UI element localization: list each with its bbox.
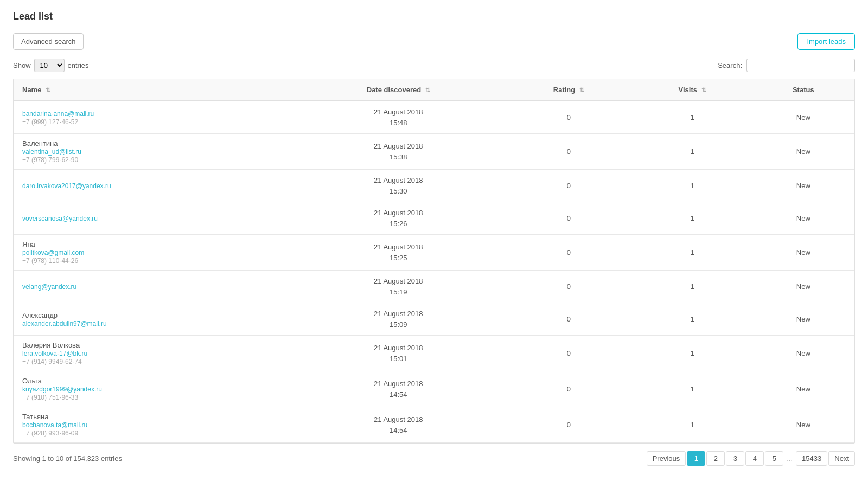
pagination-previous[interactable]: Previous <box>647 451 686 466</box>
name-cell: Татьянаbochanova.ta@mail.ru+7 (928) 993-… <box>14 407 292 443</box>
table-header-row: Name ⇅ Date discovered ⇅ Rating ⇅ Visits… <box>14 79 854 101</box>
lead-name: Яна <box>22 240 283 248</box>
status-cell: New <box>752 202 854 235</box>
lead-name: Валентина <box>22 139 283 147</box>
table-row[interactable]: Татьянаbochanova.ta@mail.ru+7 (928) 993-… <box>14 407 854 443</box>
col-header-status: Status <box>752 79 854 101</box>
table-row[interactable]: Янаpolitkova@gmail.com+7 (978) 110-44-26… <box>14 235 854 271</box>
search-label: Search: <box>718 61 742 69</box>
lead-email[interactable]: daro.irvakova2017@yandex.ru <box>22 182 283 190</box>
table-row[interactable]: Ольгаknyazdgor1999@yandex.ru+7 (910) 751… <box>14 371 854 407</box>
name-cell: daro.irvakova2017@yandex.ru <box>14 170 292 202</box>
visits-cell: 1 <box>633 202 752 235</box>
showing-text: Showing 1 to 10 of 154,323 entries <box>13 454 122 463</box>
date-cell: 21 August 2018 14:54 <box>292 407 505 443</box>
lead-email[interactable]: voverscanosa@yandex.ru <box>22 215 283 222</box>
pagination-page-3[interactable]: 3 <box>726 451 744 466</box>
page-title: Lead list <box>13 11 855 22</box>
rating-cell: 0 <box>505 407 633 443</box>
rating-cell: 0 <box>505 371 633 407</box>
visits-cell: 1 <box>633 101 752 134</box>
status-cell: New <box>752 371 854 407</box>
table-row[interactable]: velang@yandex.ru21 August 2018 15:1901Ne… <box>14 271 854 303</box>
lead-phone: +7 (910) 751-96-33 <box>22 394 283 401</box>
status-cell: New <box>752 407 854 443</box>
leads-table-wrapper: Name ⇅ Date discovered ⇅ Rating ⇅ Visits… <box>13 79 855 444</box>
name-cell: bandarinа-anna@mail.ru+7 (999) 127-46-52 <box>14 101 292 134</box>
col-header-date[interactable]: Date discovered ⇅ <box>292 79 505 101</box>
pagination-page-1[interactable]: 1 <box>687 451 705 466</box>
show-entries: Show 10 25 50 100 entries <box>13 59 89 72</box>
entries-select[interactable]: 10 25 50 100 <box>34 59 65 72</box>
lead-email[interactable]: alexander.abdulin97@mail.ru <box>22 320 283 328</box>
lead-email[interactable]: valentina_ud@list.ru <box>22 148 283 156</box>
pagination-page-4[interactable]: 4 <box>745 451 764 466</box>
col-header-visits[interactable]: Visits ⇅ <box>633 79 752 101</box>
lead-email[interactable]: lera.volkova-17@bk.ru <box>22 350 283 357</box>
name-cell: Александрalexander.abdulin97@mail.ru <box>14 303 292 336</box>
lead-email[interactable]: velang@yandex.ru <box>22 283 283 291</box>
visits-cell: 1 <box>633 134 752 170</box>
date-cell: 21 August 2018 15:38 <box>292 134 505 170</box>
sort-icon-rating: ⇅ <box>579 87 584 93</box>
pagination-page-5[interactable]: 5 <box>765 451 783 466</box>
date-cell: 21 August 2018 15:30 <box>292 170 505 202</box>
sort-icon-name: ⇅ <box>46 87 50 93</box>
search-box: Search: <box>718 59 855 72</box>
lead-email[interactable]: knyazdgor1999@yandex.ru <box>22 386 283 393</box>
controls-row: Show 10 25 50 100 entries Search: <box>13 59 855 72</box>
status-cell: New <box>752 271 854 303</box>
lead-phone: +7 (978) 110-44-26 <box>22 257 283 265</box>
advanced-search-button[interactable]: Advanced search <box>13 33 84 50</box>
pagination: Previous 1 2 3 4 5 ... 15433 Next <box>647 451 855 466</box>
rating-cell: 0 <box>505 170 633 202</box>
lead-phone: +7 (978) 799-62-90 <box>22 156 283 164</box>
visits-cell: 1 <box>633 170 752 202</box>
footer-row: Showing 1 to 10 of 154,323 entries Previ… <box>13 451 855 466</box>
sort-icon-visits: ⇅ <box>701 87 706 93</box>
show-label: Show <box>13 61 31 69</box>
table-row[interactable]: daro.irvakova2017@yandex.ru21 August 201… <box>14 170 854 202</box>
name-cell: Валентинаvalentina_ud@list.ru+7 (978) 79… <box>14 134 292 170</box>
table-row[interactable]: Валентинаvalentina_ud@list.ru+7 (978) 79… <box>14 134 854 170</box>
search-input[interactable] <box>746 59 855 72</box>
lead-email[interactable]: bochanova.ta@mail.ru <box>22 421 283 429</box>
table-row[interactable]: Александрalexander.abdulin97@mail.ru21 A… <box>14 303 854 336</box>
date-cell: 21 August 2018 15:01 <box>292 336 505 371</box>
visits-cell: 1 <box>633 303 752 336</box>
lead-phone: +7 (999) 127-46-52 <box>22 118 283 126</box>
lead-name: Александр <box>22 311 283 319</box>
table-row[interactable]: Валерия Волковаlera.volkova-17@bk.ru+7 (… <box>14 336 854 371</box>
pagination-last-page[interactable]: 15433 <box>796 451 827 466</box>
rating-cell: 0 <box>505 271 633 303</box>
visits-cell: 1 <box>633 336 752 371</box>
date-cell: 21 August 2018 15:48 <box>292 101 505 134</box>
visits-cell: 1 <box>633 271 752 303</box>
status-cell: New <box>752 170 854 202</box>
name-cell: velang@yandex.ru <box>14 271 292 303</box>
date-cell: 21 August 2018 15:26 <box>292 202 505 235</box>
rating-cell: 0 <box>505 101 633 134</box>
col-header-rating[interactable]: Rating ⇅ <box>505 79 633 101</box>
rating-cell: 0 <box>505 134 633 170</box>
pagination-page-2[interactable]: 2 <box>706 451 725 466</box>
lead-email[interactable]: politkova@gmail.com <box>22 249 283 256</box>
table-row[interactable]: bandarinа-anna@mail.ru+7 (999) 127-46-52… <box>14 101 854 134</box>
date-cell: 21 August 2018 15:25 <box>292 235 505 271</box>
lead-name: Ольга <box>22 377 283 385</box>
entries-label: entries <box>68 61 89 69</box>
status-cell: New <box>752 134 854 170</box>
table-row[interactable]: voverscanosa@yandex.ru21 August 2018 15:… <box>14 202 854 235</box>
toolbar: Advanced search Import leads <box>13 33 855 50</box>
rating-cell: 0 <box>505 235 633 271</box>
col-header-name[interactable]: Name ⇅ <box>14 79 292 101</box>
lead-email[interactable]: bandarinа-anna@mail.ru <box>22 110 283 118</box>
import-leads-button[interactable]: Import leads <box>797 33 855 50</box>
date-cell: 21 August 2018 14:54 <box>292 371 505 407</box>
pagination-next[interactable]: Next <box>828 451 855 466</box>
status-cell: New <box>752 303 854 336</box>
rating-cell: 0 <box>505 336 633 371</box>
name-cell: Ольгаknyazdgor1999@yandex.ru+7 (910) 751… <box>14 371 292 407</box>
status-cell: New <box>752 101 854 134</box>
lead-name: Татьяна <box>22 413 283 421</box>
